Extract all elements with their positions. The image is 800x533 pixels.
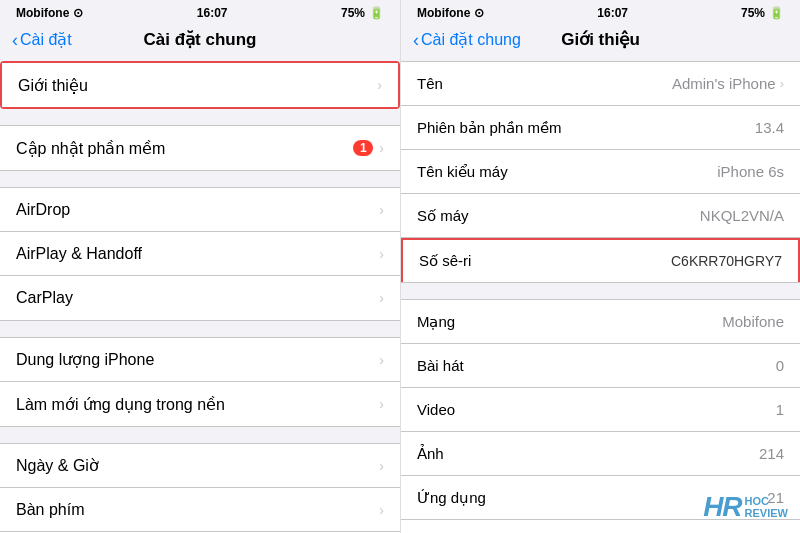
left-group-1: Giới thiệu › bbox=[0, 61, 400, 109]
left-phone-screen: Mobifone ⊙ 16:07 75% 🔋 ‹ Cài đặt Cài đặt… bbox=[0, 0, 400, 533]
watermark-line2: REVIEW bbox=[745, 507, 788, 519]
carplay-right: › bbox=[379, 290, 384, 306]
info-item-video: Video 1 bbox=[401, 388, 800, 432]
list-item-airplay[interactable]: AirPlay & Handoff › bbox=[0, 232, 400, 276]
right-back-button[interactable]: ‹ Cài đặt chung bbox=[413, 30, 521, 49]
phanmem-label: Phiên bản phần mềm bbox=[417, 119, 562, 137]
left-back-label: Cài đặt bbox=[20, 30, 72, 49]
list-item-ngaygio[interactable]: Ngày & Giờ › bbox=[0, 444, 400, 488]
list-item-gioi-thieu[interactable]: Giới thiệu › bbox=[2, 63, 398, 107]
right-battery-icon: 🔋 bbox=[769, 6, 784, 20]
video-label: Video bbox=[417, 401, 455, 418]
dungluong-chevron-icon: › bbox=[379, 352, 384, 368]
watermark-line1: HOC bbox=[745, 495, 788, 507]
capnhat-badge: 1 bbox=[353, 140, 373, 156]
anh-value-wrap: 214 bbox=[759, 445, 784, 462]
left-time: 16:07 bbox=[197, 6, 228, 20]
left-carrier: Mobifone bbox=[16, 6, 69, 20]
capnhat-chevron-icon: › bbox=[379, 140, 384, 156]
right-group-1: Tên Admin's iPhone › Phiên bản phần mềm … bbox=[401, 61, 800, 283]
left-battery-pct: 75% bbox=[341, 6, 365, 20]
right-battery-pct: 75% bbox=[741, 6, 765, 20]
dungluong-label: Dung lượng iPhone bbox=[16, 350, 154, 369]
lammoi-chevron-icon: › bbox=[379, 396, 384, 412]
banphim-chevron-icon: › bbox=[379, 502, 384, 518]
soseri-value: C6KRR70HGRY7 bbox=[671, 253, 782, 269]
info-item-phanmem: Phiên bản phần mềm 13.4 bbox=[401, 106, 800, 150]
banphim-label: Bàn phím bbox=[16, 501, 84, 519]
airdrop-label: AirDrop bbox=[16, 201, 70, 219]
list-item-capnhat[interactable]: Cập nhật phần mềm 1 › bbox=[0, 126, 400, 170]
airplay-chevron-icon: › bbox=[379, 246, 384, 262]
list-item-dungluong[interactable]: Dung lượng iPhone › bbox=[0, 338, 400, 382]
mang-value: Mobifone bbox=[722, 313, 784, 330]
left-status-left: Mobifone ⊙ bbox=[16, 6, 83, 20]
list-item-lammoi[interactable]: Làm mới ứng dụng trong nền › bbox=[0, 382, 400, 426]
baihat-label: Bài hát bbox=[417, 357, 464, 374]
right-status-right: 75% 🔋 bbox=[741, 6, 784, 20]
left-group-4: Dung lượng iPhone › Làm mới ứng dụng tro… bbox=[0, 337, 400, 427]
somay-value-wrap: NKQL2VN/A bbox=[700, 207, 784, 224]
capnhat-label: Cập nhật phần mềm bbox=[16, 139, 165, 158]
anh-value: 214 bbox=[759, 445, 784, 462]
left-group-5: Ngày & Giờ › Bàn phím › Phím tắt › bbox=[0, 443, 400, 533]
right-back-label: Cài đặt chung bbox=[421, 30, 521, 49]
airplay-right: › bbox=[379, 246, 384, 262]
ungdung-label: Ứng dụng bbox=[417, 489, 486, 507]
lammoi-label: Làm mới ứng dụng trong nền bbox=[16, 395, 225, 414]
info-item-ten[interactable]: Tên Admin's iPhone › bbox=[401, 62, 800, 106]
capnhat-right: 1 › bbox=[353, 140, 384, 156]
info-item-anh: Ảnh 214 bbox=[401, 432, 800, 476]
left-back-chevron-icon: ‹ bbox=[12, 31, 18, 49]
ngaygio-right: › bbox=[379, 458, 384, 474]
anh-label: Ảnh bbox=[417, 445, 444, 463]
watermark-hr-text: HR bbox=[703, 491, 741, 523]
baihat-value: 0 bbox=[776, 357, 784, 374]
left-group-2: Cập nhật phần mềm 1 › bbox=[0, 125, 400, 171]
video-value: 1 bbox=[776, 401, 784, 418]
list-item-carplay[interactable]: CarPlay › bbox=[0, 276, 400, 320]
list-item-banphim[interactable]: Bàn phím › bbox=[0, 488, 400, 532]
info-item-mang: Mạng Mobifone bbox=[401, 300, 800, 344]
ten-value: Admin's iPhone bbox=[672, 75, 776, 92]
info-item-kieumay: Tên kiểu máy iPhone 6s bbox=[401, 150, 800, 194]
right-carrier: Mobifone bbox=[417, 6, 470, 20]
left-nav-title: Cài đặt chung bbox=[144, 29, 257, 50]
airdrop-chevron-icon: › bbox=[379, 202, 384, 218]
left-wifi-icon: ⊙ bbox=[73, 6, 83, 20]
info-item-baihat: Bài hát 0 bbox=[401, 344, 800, 388]
carplay-chevron-icon: › bbox=[379, 290, 384, 306]
airdrop-right: › bbox=[379, 202, 384, 218]
mang-value-wrap: Mobifone bbox=[722, 313, 784, 330]
baihat-value-wrap: 0 bbox=[776, 357, 784, 374]
somay-value: NKQL2VN/A bbox=[700, 207, 784, 224]
info-item-soseri: Số sê-ri C6KRR70HGRY7 bbox=[401, 238, 800, 282]
banphim-right: › bbox=[379, 502, 384, 518]
lammoi-right: › bbox=[379, 396, 384, 412]
right-nav-title: Giới thiệu bbox=[561, 29, 640, 50]
airplay-label: AirPlay & Handoff bbox=[16, 245, 142, 263]
watermark: HR HOC REVIEW bbox=[703, 491, 788, 523]
phanmem-value-wrap: 13.4 bbox=[755, 119, 784, 136]
soseri-label: Số sê-ri bbox=[419, 252, 471, 270]
gioi-thieu-chevron-icon: › bbox=[377, 77, 382, 93]
dungluong-right: › bbox=[379, 352, 384, 368]
ngaygio-label: Ngày & Giờ bbox=[16, 456, 99, 475]
left-nav-bar: ‹ Cài đặt Cài đặt chung bbox=[0, 24, 400, 57]
ten-value-wrap: Admin's iPhone › bbox=[672, 75, 784, 92]
left-back-button[interactable]: ‹ Cài đặt bbox=[12, 30, 72, 49]
ten-label: Tên bbox=[417, 75, 443, 92]
ngaygio-chevron-icon: › bbox=[379, 458, 384, 474]
video-value-wrap: 1 bbox=[776, 401, 784, 418]
left-group-3: AirDrop › AirPlay & Handoff › CarPlay › bbox=[0, 187, 400, 321]
soseri-value-wrap: C6KRR70HGRY7 bbox=[671, 253, 782, 269]
left-status-bar: Mobifone ⊙ 16:07 75% 🔋 bbox=[0, 0, 400, 24]
right-nav-bar: ‹ Cài đặt chung Giới thiệu bbox=[401, 24, 800, 57]
list-item-airdrop[interactable]: AirDrop › bbox=[0, 188, 400, 232]
phanmem-value: 13.4 bbox=[755, 119, 784, 136]
right-status-bar: Mobifone ⊙ 16:07 75% 🔋 bbox=[401, 0, 800, 24]
somay-label: Số máy bbox=[417, 207, 469, 225]
kieumay-label: Tên kiểu máy bbox=[417, 163, 508, 181]
watermark-text-block: HOC REVIEW bbox=[745, 495, 788, 519]
gioi-thieu-label: Giới thiệu bbox=[18, 76, 88, 95]
